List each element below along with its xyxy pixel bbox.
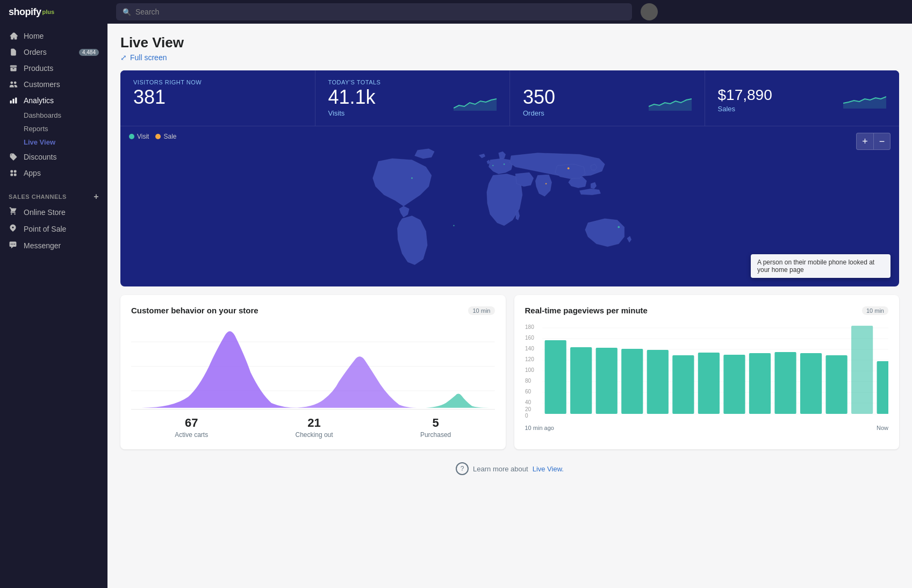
- sidebar-orders-label: Orders: [24, 48, 47, 56]
- purchased-stat: 5 Purchased: [420, 416, 451, 439]
- orders-stat: . 350 Orders: [510, 70, 705, 126]
- sidebar-apps-label: Apps: [24, 169, 41, 177]
- sales-channels-header: SALES CHANNELS +: [0, 185, 107, 204]
- svg-point-7: [453, 225, 455, 226]
- search-input[interactable]: [135, 8, 626, 16]
- sidebar-products-label: Products: [24, 64, 53, 73]
- svg-marker-1: [649, 99, 692, 111]
- sidebar-analytics-label: Analytics: [24, 96, 54, 105]
- svg-text:160: 160: [525, 334, 534, 341]
- active-carts-value: 67: [175, 416, 208, 430]
- avatar[interactable]: [641, 3, 658, 20]
- sidebar-customers-label: Customers: [24, 80, 60, 89]
- pageviews-time-badge: 10 min: [862, 306, 888, 315]
- svg-point-9: [492, 165, 494, 167]
- checking-out-stat: 21 Checking out: [296, 416, 333, 439]
- visitors-label: VISITORS RIGHT NOW: [133, 79, 302, 85]
- sidebar-item-discounts[interactable]: Discounts: [0, 149, 107, 165]
- svg-rect-41: [774, 352, 796, 414]
- dashboards-label: Dashboards: [24, 111, 61, 119]
- sidebar-sub-liveview[interactable]: Live View: [0, 135, 107, 149]
- purchased-label: Purchased: [420, 431, 451, 439]
- fullscreen-label: Full screen: [130, 53, 167, 62]
- sidebar-home-label: Home: [24, 32, 44, 40]
- customers-icon: [9, 80, 18, 89]
- visits-stat: TODAY'S TOTALS 41.1k Visits: [315, 70, 511, 126]
- page-title: Live View: [120, 34, 899, 51]
- liveview-label: Live View: [24, 138, 55, 146]
- sidebar-item-point-of-sale[interactable]: Point of Sale: [0, 220, 107, 237]
- orders-label: Orders: [523, 109, 555, 117]
- visitors-value: 381: [133, 88, 302, 107]
- help-link[interactable]: Live View.: [533, 465, 564, 473]
- sidebar-item-customers[interactable]: Customers: [0, 76, 107, 92]
- home-icon: [9, 32, 18, 40]
- help-link-text: Live View.: [533, 465, 564, 473]
- sidebar-item-home[interactable]: Home: [0, 28, 107, 44]
- logo-area: shopify plus: [0, 6, 107, 18]
- discounts-icon: [9, 153, 18, 161]
- behavior-chart-card: Customer behavior on your store 10 min: [120, 295, 506, 449]
- sales-stat-label-spacer: .: [718, 79, 887, 85]
- behavior-stats: 67 Active carts 21 Checking out 5 Purcha…: [131, 416, 495, 439]
- visitors-stat: VISITORS RIGHT NOW 381: [120, 70, 315, 126]
- map-controls[interactable]: + −: [856, 133, 891, 150]
- help-icon: ?: [456, 462, 469, 475]
- svg-text:20: 20: [525, 406, 531, 413]
- sales-value: $17,890: [718, 88, 772, 103]
- logo-text: shopify: [9, 6, 41, 18]
- zoom-out-button[interactable]: −: [873, 133, 891, 150]
- orders-value: 350: [523, 88, 555, 107]
- sales-stat: . $17,890 Sales: [705, 70, 900, 126]
- search-bar[interactable]: 🔍: [116, 3, 632, 20]
- totals-label: TODAY'S TOTALS: [328, 79, 497, 85]
- visit-legend-label: Visit: [137, 133, 149, 140]
- sidebar-item-online-store[interactable]: Online Store 👁: [0, 204, 107, 220]
- help-text: Learn more about: [473, 465, 528, 473]
- charts-row: Customer behavior on your store 10 min: [120, 295, 899, 449]
- svg-point-3: [617, 226, 620, 228]
- behavior-svg: [131, 324, 495, 409]
- behavior-chart-area: [131, 324, 495, 410]
- help-bar: ? Learn more about Live View.: [120, 462, 899, 475]
- svg-rect-40: [749, 353, 770, 414]
- main-nav: Home Orders 4,484 Products Customers A: [0, 24, 107, 185]
- online-store-label: Online Store: [24, 208, 66, 217]
- orders-icon: [9, 48, 18, 56]
- sidebar-item-products[interactable]: Products: [0, 60, 107, 76]
- svg-rect-37: [672, 355, 694, 414]
- reports-label: Reports: [24, 125, 48, 133]
- sidebar-item-apps[interactable]: Apps: [0, 165, 107, 181]
- sidebar-item-messenger[interactable]: Messenger: [0, 237, 107, 254]
- pos-icon: [9, 224, 18, 234]
- svg-text:180: 180: [525, 324, 534, 330]
- orders-badge: 4,484: [79, 49, 99, 56]
- svg-point-5: [504, 163, 505, 165]
- visit-legend: Visit: [129, 133, 149, 140]
- sidebar: Home Orders 4,484 Products Customers A: [0, 24, 107, 588]
- zoom-in-button[interactable]: +: [856, 133, 873, 150]
- bar-chart-svg: 180 160 140 120 100 80 60 40 20 0: [525, 324, 889, 420]
- active-carts-label: Active carts: [175, 431, 208, 439]
- sidebar-item-analytics[interactable]: Analytics: [0, 92, 107, 109]
- svg-text:140: 140: [525, 345, 534, 352]
- svg-text:60: 60: [525, 388, 531, 395]
- sidebar-sub-dashboards[interactable]: Dashboards: [0, 109, 107, 122]
- sidebar-discounts-label: Discounts: [24, 153, 56, 161]
- svg-rect-36: [647, 350, 668, 414]
- svg-rect-39: [723, 355, 745, 414]
- messenger-icon: [9, 240, 18, 250]
- add-channel-icon[interactable]: +: [94, 192, 99, 202]
- messenger-label: Messenger: [24, 241, 61, 250]
- purchased-value: 5: [420, 416, 451, 430]
- map-tooltip: A person on their mobile phone looked at…: [751, 254, 891, 278]
- apps-icon: [9, 169, 18, 177]
- svg-point-8: [545, 183, 547, 184]
- svg-text:100: 100: [525, 367, 534, 374]
- map-area: Visit Sale + −: [120, 126, 899, 286]
- sidebar-item-orders[interactable]: Orders 4,484: [0, 44, 107, 60]
- orders-stat-label-spacer: .: [523, 79, 692, 85]
- fullscreen-link[interactable]: ⤢ Full screen: [120, 53, 899, 62]
- sidebar-sub-reports[interactable]: Reports: [0, 122, 107, 135]
- logo-plus: plus: [42, 9, 55, 15]
